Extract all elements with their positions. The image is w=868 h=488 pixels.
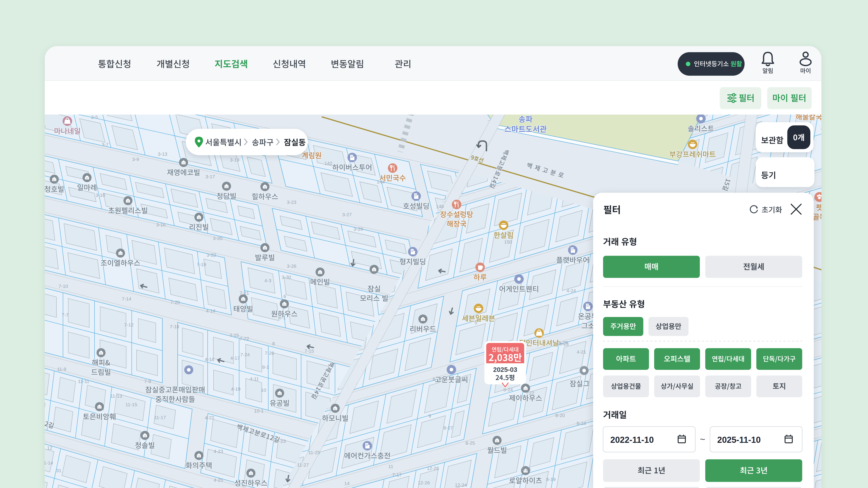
svg-text:7-10: 7-10 <box>59 284 68 289</box>
svg-text:3-30: 3-30 <box>282 274 291 280</box>
svg-text:~: ~ <box>700 434 705 444</box>
svg-text:14: 14 <box>344 481 350 486</box>
svg-text:4-24: 4-24 <box>566 288 576 293</box>
svg-text:11-9: 11-9 <box>57 366 66 372</box>
svg-text:7-12: 7-12 <box>124 322 133 327</box>
svg-text:4-21: 4-21 <box>577 349 586 355</box>
svg-text:11-15: 11-15 <box>125 402 137 407</box>
svg-text:7-26: 7-26 <box>265 350 274 356</box>
svg-text:7-15: 7-15 <box>305 348 314 354</box>
svg-text:11-13: 11-13 <box>110 393 122 398</box>
svg-text:3-7: 3-7 <box>102 142 108 147</box>
svg-text:7-19: 7-19 <box>197 262 206 267</box>
svg-text:2025-11-10: 2025-11-10 <box>717 435 761 445</box>
svg-text:7-7: 7-7 <box>62 312 68 318</box>
svg-text:7-17: 7-17 <box>392 472 402 477</box>
svg-text:8-19: 8-19 <box>546 477 556 482</box>
svg-text:12-28: 12-28 <box>427 466 439 471</box>
svg-text:11-17: 11-17 <box>154 415 166 420</box>
svg-text:7-22: 7-22 <box>240 336 249 341</box>
svg-text:8: 8 <box>272 341 275 346</box>
svg-text:8-27: 8-27 <box>443 425 453 430</box>
svg-text:12: 12 <box>47 445 52 451</box>
svg-text:11-14: 11-14 <box>45 460 53 465</box>
svg-text:3-27: 3-27 <box>342 212 352 217</box>
svg-text:4-23: 4-23 <box>214 449 223 454</box>
svg-text:4-19: 4-19 <box>231 386 241 392</box>
svg-text:12-26: 12-26 <box>418 480 430 485</box>
svg-text:8-1: 8-1 <box>262 364 269 369</box>
svg-text:7-14: 7-14 <box>122 296 131 301</box>
svg-text:12-24: 12-24 <box>455 482 467 488</box>
svg-text:3-5: 3-5 <box>91 115 98 120</box>
svg-text:4-15: 4-15 <box>229 332 239 338</box>
svg-text:142: 142 <box>324 161 332 166</box>
svg-text:2025-03: 2025-03 <box>493 366 517 373</box>
svg-text:7-21: 7-21 <box>240 290 249 295</box>
svg-text:4-18: 4-18 <box>205 357 214 362</box>
svg-text:7-18: 7-18 <box>170 324 179 329</box>
svg-text:11-11: 11-11 <box>78 379 90 384</box>
svg-text:6: 6 <box>283 294 286 299</box>
svg-text:150: 150 <box>504 239 512 245</box>
svg-text:3-20: 3-20 <box>213 236 222 241</box>
svg-text:4-23: 4-23 <box>559 341 569 347</box>
svg-text:3-13: 3-13 <box>158 151 167 157</box>
svg-text:8-18: 8-18 <box>577 421 586 426</box>
svg-text:10-1: 10-1 <box>254 408 264 414</box>
svg-text:3-17: 3-17 <box>206 174 215 179</box>
svg-text:7-20: 7-20 <box>170 300 180 305</box>
svg-text:8-20: 8-20 <box>555 413 565 418</box>
svg-text:31: 31 <box>56 468 61 473</box>
svg-text:8-25: 8-25 <box>465 440 475 446</box>
svg-text:7-9: 7-9 <box>144 379 151 384</box>
svg-text:4-3: 4-3 <box>265 278 271 283</box>
svg-text:7-24: 7-24 <box>240 352 250 357</box>
svg-text:4-17: 4-17 <box>230 355 240 361</box>
svg-text:3-9: 3-9 <box>132 157 139 162</box>
svg-text:4-22: 4-22 <box>205 415 214 420</box>
svg-text:11-27: 11-27 <box>297 462 309 467</box>
svg-text:3-29: 3-29 <box>353 226 363 232</box>
svg-text:9: 9 <box>428 413 431 418</box>
svg-text:4-14: 4-14 <box>206 308 215 313</box>
svg-text:3-22: 3-22 <box>207 252 216 258</box>
svg-text:11: 11 <box>388 464 393 469</box>
svg-text:2022-11-10: 2022-11-10 <box>610 435 654 445</box>
svg-text:3-23: 3-23 <box>287 199 296 205</box>
svg-text:4-11: 4-11 <box>250 376 259 381</box>
svg-text:10: 10 <box>261 387 266 393</box>
svg-text:8-21: 8-21 <box>522 466 531 472</box>
svg-text:3-10: 3-10 <box>96 193 105 198</box>
svg-text:31-1: 31-1 <box>70 487 79 488</box>
svg-text:3-16: 3-16 <box>156 222 166 227</box>
svg-text:3-26: 3-26 <box>287 263 296 269</box>
svg-text:11-25: 11-25 <box>308 450 320 455</box>
svg-text:4-25: 4-25 <box>214 477 223 483</box>
svg-text:148: 148 <box>436 204 444 209</box>
